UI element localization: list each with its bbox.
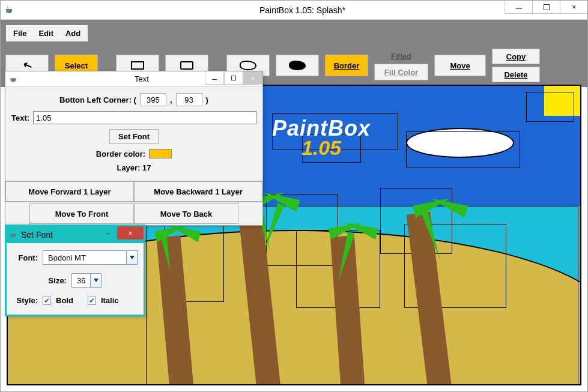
menu-file[interactable]: File	[7, 28, 32, 39]
font-dialog-title: Set Font	[21, 230, 53, 240]
border-color-label: Border color:	[96, 149, 145, 158]
menu-add[interactable]: Add	[59, 28, 86, 39]
chevron-down-icon	[126, 251, 137, 264]
move-forward-layer-button[interactable]: Move Forward 1 Layer	[5, 181, 134, 202]
move-button[interactable]: Move	[434, 55, 486, 76]
shape-icon	[180, 61, 193, 70]
blob-filled-icon	[289, 61, 306, 70]
set-font-button[interactable]: Set Font	[109, 129, 159, 144]
font-size-value: 36	[72, 276, 90, 285]
bold-checkbox[interactable]: ✔	[43, 297, 51, 305]
style-label: Style:	[13, 296, 38, 305]
selection-box[interactable]	[406, 131, 520, 167]
window-title: PaintBox 1.05: Splash*	[17, 5, 587, 15]
java-icon	[4, 5, 14, 15]
copy-button[interactable]: Copy	[492, 49, 540, 64]
maximize-button[interactable]	[532, 1, 560, 14]
font-family-combo[interactable]: Bodoni MT	[43, 250, 138, 265]
menu-edit[interactable]: Edit	[32, 28, 59, 39]
fill-color-button[interactable]: Fill Color	[374, 64, 428, 80]
layer-label: Layer: 17	[117, 163, 151, 172]
blob-filled-tool[interactable]	[276, 55, 319, 76]
close-paren-label: )	[206, 95, 208, 104]
comma-label: ,	[170, 95, 172, 104]
java-icon	[9, 231, 17, 239]
text-dialog-titlebar[interactable]: Text ×	[5, 71, 262, 87]
font-dialog-close[interactable]: ×	[117, 226, 144, 240]
blob-outline-icon	[240, 61, 256, 70]
set-font-dialog[interactable]: Set Font – × Font: Bodoni MT Size: 36 St…	[5, 225, 145, 316]
font-dialog-titlebar[interactable]: Set Font – ×	[7, 226, 144, 243]
font-dialog-minimize[interactable]: –	[98, 226, 117, 240]
java-icon	[9, 75, 17, 83]
size-label: Size:	[49, 276, 67, 285]
canvas-text-paintbox[interactable]: PaintBox 1.05	[272, 116, 371, 160]
text-dialog-maximize[interactable]	[224, 71, 243, 85]
text-dialog-close[interactable]: ×	[243, 71, 262, 85]
border-color-swatch[interactable]	[149, 149, 172, 158]
italic-label: Italic	[101, 296, 119, 305]
font-label: Font:	[13, 253, 38, 262]
font-family-value: Bodoni MT	[43, 253, 91, 262]
menubar: File Edit Add	[5, 25, 88, 42]
selection-box[interactable]	[526, 92, 574, 122]
font-size-combo[interactable]: 36	[71, 273, 102, 288]
move-backward-layer-button[interactable]: Move Backward 1 Layer	[134, 181, 262, 202]
chevron-down-icon	[90, 274, 101, 287]
filled-button-disabled: Filled	[374, 50, 428, 61]
minimize-button[interactable]	[505, 1, 532, 14]
text-dialog-minimize[interactable]	[205, 71, 224, 85]
bottom-left-corner-label: Botton Left Corner: (	[59, 95, 136, 104]
main-titlebar[interactable]: PaintBox 1.05: Splash* ×	[1, 1, 587, 20]
border-button[interactable]: Border	[325, 55, 368, 76]
move-to-back-button[interactable]: Move To Back	[134, 204, 238, 224]
move-to-front-button[interactable]: Move To Front	[29, 204, 134, 224]
text-label: Text:	[11, 113, 29, 122]
delete-button[interactable]: Delete	[492, 67, 540, 82]
bold-label: Bold	[56, 296, 73, 305]
text-value-input[interactable]	[33, 111, 256, 124]
text-properties-dialog[interactable]: Text × Botton Left Corner: ( , ) Text: S…	[5, 71, 263, 226]
close-button[interactable]: ×	[560, 1, 587, 14]
rectangle-icon	[131, 61, 144, 70]
italic-checkbox[interactable]: ✔	[88, 297, 96, 305]
corner-y-input[interactable]	[176, 93, 202, 106]
corner-x-input[interactable]	[140, 93, 166, 106]
